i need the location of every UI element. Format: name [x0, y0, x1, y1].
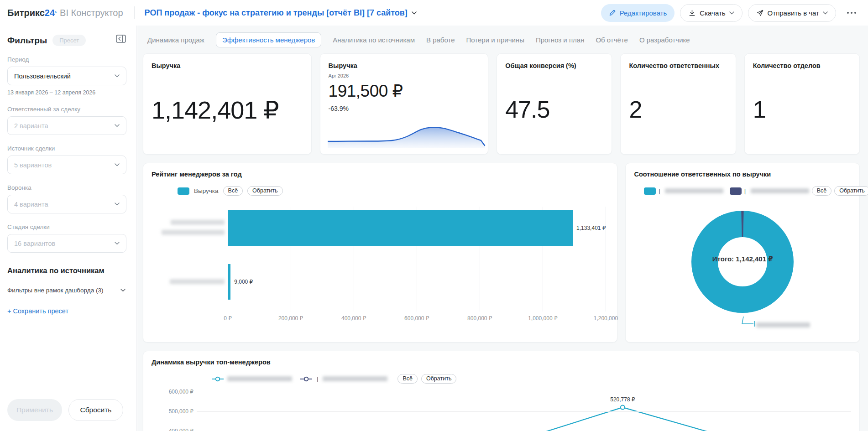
- legend-all-button[interactable]: Всё: [397, 374, 418, 384]
- charts-row: Рейтинг менеджеров за год Выручка Всё Об…: [143, 163, 860, 343]
- legend-line-marker-teal[interactable]: [212, 376, 224, 382]
- responsible-select[interactable]: 2 варианта: [7, 116, 126, 135]
- line-point-value-label: 520,778 ₽: [610, 396, 635, 403]
- legend-bracket: [: [659, 187, 660, 194]
- y-tick-label: 400,000 ₽: [152, 428, 193, 431]
- legend-invert-button[interactable]: Обратить: [421, 374, 456, 384]
- x-tick-label: 1,200,000: [594, 315, 618, 322]
- kpi-value: 2: [629, 96, 642, 123]
- filter-label-funnel: Воронка: [7, 184, 126, 191]
- redacted-text: [162, 230, 225, 235]
- source-select-value: 5 вариантов: [14, 161, 52, 169]
- kpi-title: Количество ответственных: [629, 62, 727, 69]
- tab-in-progress[interactable]: В работе: [426, 36, 455, 44]
- tab-sales-dynamics[interactable]: Динамика продаж: [147, 36, 204, 44]
- reset-button[interactable]: Сбросить: [68, 399, 123, 421]
- report-title-dropdown[interactable]: РОП продаж - фокус на стратегию и тренды…: [145, 8, 417, 18]
- filter-label-source: Источник сделки: [7, 145, 126, 152]
- top-managers-line-chart-card: Динамика выручки топ-менеджеров | Всё Об…: [143, 351, 860, 431]
- chart-title: Соотношение ответственных по выручки: [634, 171, 771, 178]
- download-icon: [688, 9, 696, 17]
- chevron-down-icon: [823, 11, 828, 15]
- chevron-down-icon: [115, 242, 120, 245]
- legend-all-button[interactable]: Всё: [223, 186, 243, 196]
- line-data-point[interactable]: [621, 405, 625, 410]
- legend-bracket: [: [744, 187, 746, 194]
- collapse-sidebar-button[interactable]: [115, 34, 126, 45]
- report-title: РОП продаж - фокус на стратегию и тренды…: [145, 8, 408, 18]
- edit-button-label: Редактировать: [620, 9, 667, 17]
- tab-forecast[interactable]: Прогноз и план: [536, 36, 585, 44]
- gridline: [606, 207, 606, 312]
- redacted-text: [323, 376, 387, 381]
- bar-value-label: 1,133,401 ₽: [576, 225, 606, 231]
- redacted-text: [227, 376, 292, 381]
- period-select[interactable]: Пользовательский: [7, 67, 126, 85]
- legend-all-button[interactable]: Всё: [812, 186, 832, 196]
- donut-legend: [ [ Всё Обратить: [644, 186, 851, 196]
- kpi-value: 1: [753, 96, 766, 123]
- legend-invert-button[interactable]: Обратить: [834, 186, 868, 196]
- outer-filters-label: Фильтры вне рамок дашборда (3): [7, 287, 103, 294]
- legend-swatch-revenue[interactable]: [178, 187, 189, 195]
- bar-revenue-manager-1[interactable]: [228, 210, 573, 246]
- legend-invert-button[interactable]: Обратить: [247, 186, 282, 196]
- topbar-divider: [134, 6, 135, 19]
- outer-filters-toggle[interactable]: Фильтры вне рамок дашборда (3): [7, 287, 126, 294]
- responsible-select-value: 2 варианта: [14, 122, 48, 130]
- section-title-source-analytics: Аналитика по источникам: [7, 266, 126, 275]
- bar-chart-legend: Выручка Всё Обратить: [178, 186, 283, 196]
- bar-x-axis: 0 ₽200,000 ₽400,000 ₽600,000 ₽800,000 ₽1…: [228, 315, 606, 322]
- line-chart-canvas: [152, 387, 852, 431]
- legend-swatch-manager-2[interactable]: [730, 187, 742, 195]
- kpi-card-department-count: Количество отделов 1: [744, 53, 860, 155]
- kpi-value: 191,500 ₽: [329, 81, 403, 101]
- tab-about-report[interactable]: Об отчёте: [596, 36, 628, 44]
- send-to-chat-label: Отправить в чат: [768, 9, 819, 17]
- send-icon: [756, 9, 764, 17]
- tab-manager-efficiency[interactable]: Эффективность менеджеров: [216, 32, 321, 47]
- edit-button[interactable]: Редактировать: [601, 4, 675, 22]
- chevron-down-icon: [115, 124, 120, 127]
- redacted-text: [170, 279, 225, 284]
- kpi-card-responsible-count: Количество ответственных 2: [620, 53, 736, 155]
- topbar-actions: Редактировать Скачать Отправить в чат: [601, 4, 859, 22]
- bi-dashboard-page: Битрикс24° BI Конструктор РОП продаж - ф…: [0, 0, 868, 431]
- stage-select-value: 16 вариантов: [14, 240, 55, 247]
- tab-source-analytics[interactable]: Аналитика по источникам: [333, 36, 415, 44]
- chevron-down-icon: [115, 163, 120, 166]
- kpi-title: Выручка: [329, 62, 480, 69]
- stage-select[interactable]: 16 вариантов: [7, 234, 126, 253]
- send-to-chat-button[interactable]: Отправить в чат: [748, 4, 836, 22]
- bar-chart-plot: 1,133,401 ₽ 9,000 ₽: [228, 207, 606, 312]
- filter-label-period: Период: [7, 56, 126, 63]
- bar-revenue-manager-2[interactable]: [228, 264, 230, 300]
- redacted-text: [751, 188, 809, 193]
- chevron-down-icon: [120, 289, 125, 292]
- kpi-title: Общая конверсия (%): [505, 62, 603, 69]
- legend-swatch-manager-1[interactable]: [644, 187, 656, 195]
- funnel-select-value: 4 варианта: [14, 201, 48, 208]
- source-select[interactable]: 5 вариантов: [7, 156, 126, 174]
- funnel-select[interactable]: 4 варианта: [7, 195, 126, 213]
- topbar: Битрикс24° BI Конструктор РОП продаж - ф…: [0, 0, 868, 26]
- filter-label-stage: Стадия сделки: [7, 223, 126, 230]
- legend-label[interactable]: Выручка: [194, 187, 219, 194]
- x-tick-label: 1,000,000 ₽: [528, 315, 557, 322]
- apply-button[interactable]: Применить: [7, 399, 62, 421]
- download-button[interactable]: Скачать: [680, 4, 742, 22]
- bitrix24-logo: Битрикс24° BI Конструктор: [7, 8, 123, 18]
- tab-losses[interactable]: Потери и причины: [466, 36, 524, 44]
- revenue-share-donut-card: Соотношение ответственных по выручки [ […: [625, 163, 860, 343]
- x-tick-label: 800,000 ₽: [467, 315, 492, 322]
- x-tick-label: 600,000 ₽: [404, 315, 429, 322]
- line-series-teal[interactable]: [482, 407, 777, 431]
- legend-line-marker-navy[interactable]: [300, 376, 312, 382]
- chevron-down-icon: [412, 11, 417, 15]
- redacted-text: [665, 188, 723, 193]
- x-tick-label: 400,000 ₽: [341, 315, 366, 322]
- kpi-title: Выручка: [152, 62, 303, 69]
- tab-about-developer[interactable]: О разработчике: [639, 36, 690, 44]
- more-menu-button[interactable]: [844, 9, 859, 16]
- save-preset-link[interactable]: + Сохранить пресет: [7, 307, 126, 315]
